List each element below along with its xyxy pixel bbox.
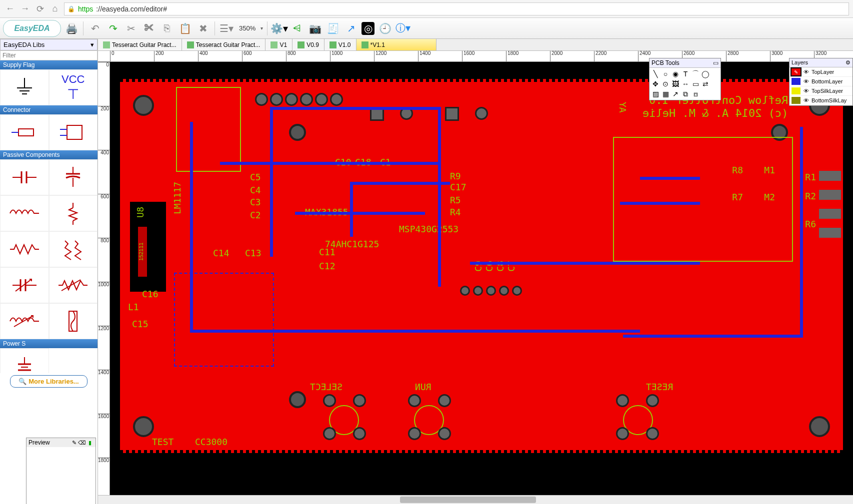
tool-hole-icon[interactable]: ⊙ <box>660 79 670 89</box>
trace <box>270 107 440 110</box>
tab-v10[interactable]: V1.0 <box>324 39 356 50</box>
tool-rect-icon[interactable]: ▭ <box>690 79 700 89</box>
component-fuse[interactable] <box>49 303 98 339</box>
layer-bottomsilk[interactable]: 👁 BottomSilkLay <box>790 96 852 105</box>
paste-icon[interactable]: 📋 <box>178 21 192 36</box>
component-pot[interactable] <box>49 267 98 303</box>
more-libraries-button[interactable]: 🔍 More Libraries... <box>10 375 87 388</box>
silk-cc3000-outline <box>174 273 274 367</box>
url-bar[interactable]: 🔒 https ://easyeda.com/editor# <box>64 2 849 15</box>
tool-group-icon[interactable]: ⧉ <box>680 89 690 99</box>
camera-icon[interactable]: 📷 <box>308 21 322 36</box>
silk-c16: C16 <box>142 289 158 299</box>
component-conn-2[interactable] <box>49 114 98 150</box>
component-conn-1[interactable] <box>0 114 49 150</box>
layers-panel[interactable]: Layers⚙ ✎ 👁 TopLayer 👁 BottomLayer 👁 Top… <box>789 58 853 106</box>
tool-image-icon[interactable]: 🖼 <box>670 79 680 89</box>
app-logo[interactable]: EasyEDA <box>3 20 61 37</box>
tool-ungroup-icon[interactable]: ⧈ <box>690 89 700 99</box>
eye-icon[interactable]: 👁 <box>802 69 810 75</box>
copy-icon[interactable]: ⎘ <box>160 21 174 36</box>
tool-copper-icon[interactable]: ▨ <box>650 89 660 99</box>
scrollbar-thumb[interactable] <box>400 497 536 503</box>
component-gnd[interactable] <box>0 69 49 105</box>
pcb-icon <box>362 41 368 48</box>
component-power-1[interactable] <box>0 348 49 373</box>
tab-v09[interactable]: V0.9 <box>292 39 324 50</box>
section-connector[interactable]: Connector <box>0 105 98 114</box>
redo-icon[interactable]: ↷ <box>106 21 120 36</box>
component-vcc[interactable]: VCC⊤ <box>49 69 98 105</box>
preview-panel[interactable]: Preview ✎ ⌫ ▮ ◢ <box>26 438 96 504</box>
browser-reload-button[interactable]: ⟳ <box>34 3 46 15</box>
gear-icon[interactable]: ⚙ <box>846 59 850 66</box>
silk-reset: RESET <box>646 382 673 392</box>
tab-v1[interactable]: V1 <box>266 39 292 50</box>
eye-icon[interactable]: 👁 <box>802 97 810 103</box>
section-passive[interactable]: Passive Components <box>0 150 98 159</box>
delete-icon[interactable]: ⌫ <box>78 439 86 446</box>
minimize-icon[interactable]: ▭ <box>713 59 718 66</box>
tool-track-icon[interactable]: ╲ <box>650 69 660 79</box>
undo-icon[interactable]: ↶ <box>88 21 102 36</box>
delete-icon[interactable]: ✖ <box>196 21 210 36</box>
silk-u8: U8 <box>135 207 146 218</box>
battery-icon[interactable]: ▮ <box>86 439 94 446</box>
component-res-us2[interactable] <box>49 231 98 267</box>
eye-icon[interactable]: 👁 <box>802 88 810 94</box>
component-res-eu[interactable] <box>49 195 98 231</box>
align-icon[interactable]: ☰▾ <box>219 21 234 36</box>
component-res-us[interactable] <box>0 231 49 267</box>
tool-pad-icon[interactable]: ○ <box>660 69 670 79</box>
zoom-value[interactable]: 350% <box>237 24 258 32</box>
browser-home-button[interactable]: ⌂ <box>49 3 61 15</box>
tool-arc-icon[interactable]: ⌒ <box>690 69 700 79</box>
layer-bottom[interactable]: 👁 BottomLayer <box>790 77 852 86</box>
section-power[interactable]: Power S <box>0 339 98 348</box>
library-sidebar: EasyEDA Libs ▾ Supply Flag VCC⊤ Connecto… <box>0 39 98 504</box>
tool-move-icon[interactable]: ✥ <box>650 79 660 89</box>
layer-name: BottomLayer <box>812 78 842 84</box>
browser-forward-button[interactable]: → <box>19 3 31 15</box>
pcb-tools-panel[interactable]: PCB Tools▭ ╲ ○ ◉ T ⌒ ◯ ✥ ⊙ 🖼 ↔ ▭ ⇄ ▨ ▦ ↗… <box>649 58 721 100</box>
tab-tesseract-2[interactable]: Tesseract Guitar Pract... <box>182 39 266 50</box>
component-cap-np[interactable] <box>0 159 49 195</box>
bom-icon[interactable]: 🧾 <box>326 21 340 36</box>
share-icon[interactable]: ⩤ <box>290 21 304 36</box>
tool-via-icon[interactable]: ◉ <box>670 69 680 79</box>
library-header[interactable]: EasyEDA Libs ▾ <box>0 39 98 50</box>
tab-tesseract-1[interactable]: Tesseract Guitar Pract... <box>98 39 182 50</box>
gear-icon[interactable]: ⚙️▾ <box>272 21 286 36</box>
pad <box>646 427 659 440</box>
history-icon[interactable]: 🕘 <box>378 21 392 36</box>
tool-connect-icon[interactable]: ⇄ <box>700 79 710 89</box>
browser-back-button[interactable]: ← <box>4 3 16 15</box>
cut-icon[interactable]: ✂ <box>124 21 138 36</box>
steam-icon[interactable]: ◎ <box>362 22 374 35</box>
tool-solid-icon[interactable]: ▦ <box>660 89 670 99</box>
pcb-canvas[interactable]: Reflow Controller 1.0 (c) 2014 A. & M. H… <box>110 62 853 495</box>
component-varind[interactable] <box>0 303 49 339</box>
component-varcap[interactable] <box>0 267 49 303</box>
tool-text-icon[interactable]: T <box>680 69 690 79</box>
horizontal-scrollbar[interactable] <box>98 495 853 504</box>
canvas-area: Tesseract Guitar Pract... Tesseract Guit… <box>98 39 853 504</box>
tab-v11[interactable]: *V1.1 <box>356 39 436 50</box>
library-filter-input[interactable] <box>0 50 98 60</box>
tool-circle-icon[interactable]: ◯ <box>700 69 710 79</box>
component-inductor[interactable] <box>0 195 49 231</box>
layer-topsilk[interactable]: 👁 TopSilkLayer <box>790 86 852 96</box>
pencil-icon[interactable]: ✎ <box>70 439 78 446</box>
component-cap-p[interactable] <box>49 159 98 195</box>
silk-c5: C5 <box>250 172 261 182</box>
silk-c13: C13 <box>245 248 262 258</box>
section-supply-flag[interactable]: Supply Flag <box>0 60 98 69</box>
tool-measure-icon[interactable]: ↗ <box>670 89 680 99</box>
print-icon[interactable]: 🖨️ <box>64 21 79 36</box>
info-icon[interactable]: ⓘ▾ <box>396 21 410 36</box>
export-icon[interactable]: ↗ <box>344 21 358 36</box>
eye-icon[interactable]: 👁 <box>802 78 810 84</box>
layer-top[interactable]: ✎ 👁 TopLayer <box>790 67 852 77</box>
scissors-icon[interactable]: ✀ <box>142 21 156 36</box>
tool-dimension-icon[interactable]: ↔ <box>680 79 690 89</box>
